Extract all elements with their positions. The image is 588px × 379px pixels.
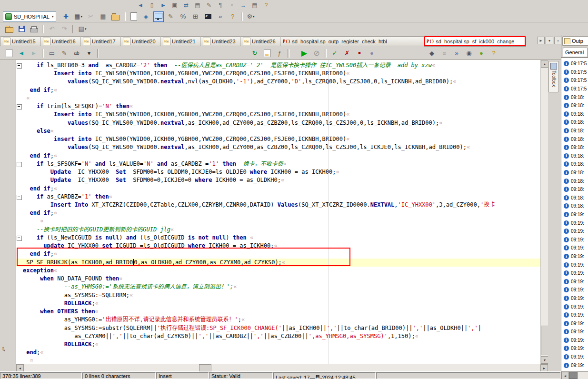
fold-collapse-icon[interactable] [17, 162, 22, 167]
font-icon[interactable]: ab [71, 48, 82, 59]
session-dropdown-icon[interactable]: ▾ [52, 15, 54, 19]
debug-icon[interactable]: ◆ [427, 48, 437, 59]
output-message[interactable]: i09:19: [561, 235, 588, 244]
code-editor[interactable]: if ls_BRFB00=3 and as_CARDBZ='2' then --… [16, 60, 540, 364]
nav-back-icon[interactable]: ◄ [16, 48, 27, 59]
output-message[interactable]: i09:19: [561, 269, 588, 278]
browse-folder-icon[interactable] [110, 11, 121, 22]
code-line[interactable]: as_SYSMSG:=substr(SQLERRM||'执行存储过程错误:SP_… [16, 324, 540, 332]
test-window-icon[interactable]: ◈ [141, 11, 151, 22]
output-message[interactable]: i09:19: [561, 252, 588, 261]
refresh-icon[interactable]: ↻ [249, 48, 260, 59]
code-line[interactable]: ¤ [16, 357, 540, 364]
code-line[interactable]: as_YHMSG0:='出错原因不详,请记录此信息并和系统管理员联系！';« [16, 316, 540, 324]
new-doc-icon[interactable] [4, 48, 14, 59]
print-icon[interactable] [29, 24, 39, 34]
tab-Untitled20[interactable]: SQLUntitled20 [120, 36, 160, 46]
output-message[interactable]: i09:19: [561, 302, 588, 311]
stop-icon[interactable]: ■ [354, 48, 365, 59]
output-message[interactable]: i09:19: [561, 319, 588, 328]
output-message[interactable]: i09:19: [561, 286, 588, 294]
code-line[interactable]: Update IC_YHXX00 Set SFDM00=ls_OLDDM0,IC… [16, 168, 540, 176]
code-line[interactable]: « [16, 94, 540, 102]
code-line[interactable]: end if;« [16, 185, 540, 193]
toolbox-tab[interactable]: Toolbox [548, 61, 559, 92]
fold-collapse-icon[interactable] [17, 104, 22, 110]
output-message[interactable]: i09:18: [561, 202, 588, 210]
code-line[interactable]: if as_CARDBZ='1' then« [16, 193, 540, 201]
window-icon[interactable]: ▭ [47, 48, 57, 59]
log-window-icon-dropdown[interactable]: ▾ [80, 15, 82, 18]
code-line[interactable]: end if;« [16, 86, 540, 94]
output-message[interactable]: i09:19: [561, 361, 588, 369]
command-window-icon[interactable]: > [203, 11, 213, 22]
output-message[interactable]: i09:18: [561, 194, 588, 202]
horizontal-scrollbar-thumb[interactable] [199, 364, 211, 371]
macro-icon[interactable]: » [451, 48, 462, 59]
table-window-icon[interactable]: ▦ [98, 11, 109, 22]
code-line[interactable]: Insert into IC_YWLS00(YWID00,ICKH00,YGBH… [16, 70, 540, 78]
code-line[interactable]: when OTHERS then« [16, 308, 540, 316]
output-message[interactable]: i09:18: [561, 152, 588, 160]
code-line[interactable]: as_SYSMSG:=SQLERRM;« [16, 291, 540, 299]
tabs-menu-button[interactable]: ▾ [546, 37, 553, 44]
output-message[interactable]: i09:18: [561, 110, 588, 119]
code-line[interactable]: values(SQ_IC_YWLS00_YWID00.nextval,as_IC… [16, 119, 540, 127]
output-message[interactable]: i09:18: [561, 169, 588, 177]
paragraph-icon[interactable]: ¶ [216, 0, 225, 10]
code-line[interactable]: if trim(ls_SFSQKF)='N' then« [16, 102, 540, 110]
output-message[interactable]: i09:19: [561, 227, 588, 236]
output-message[interactable]: i09:18: [561, 93, 588, 101]
function-icon[interactable]: ƒ [274, 48, 285, 59]
profiler-icon[interactable]: ≡ [439, 48, 449, 59]
swap-doc-icon[interactable]: ⇄ [181, 0, 191, 10]
code-line[interactable]: if ls_SFSQKF='N' and ls_VALUE0='N' and a… [16, 160, 540, 168]
describe-icon[interactable]: ✎ [59, 48, 70, 59]
log-window-icon[interactable]: ▦▾ [73, 11, 84, 22]
help-doc-icon[interactable]: ? [261, 0, 271, 10]
output-message[interactable]: i09:18: [561, 118, 588, 127]
edit-doc-icon[interactable]: ✎ [204, 0, 214, 10]
output-message[interactable]: i09:19: [561, 244, 588, 252]
code-line[interactable]: --换卡时把旧的卡的GUID更新到新的卡的GUID jlg« [16, 226, 540, 234]
highlight-icon[interactable]: ● [476, 48, 487, 59]
code-line[interactable]: ROLLBACK;« [16, 340, 540, 349]
output-message[interactable]: i09:19: [561, 311, 588, 319]
help-icon[interactable]: ? [228, 11, 238, 22]
output-message[interactable]: i09:18: [561, 160, 588, 169]
editor-vertical-scrollbar[interactable]: ▲ ▼ [540, 60, 548, 364]
output-message[interactable]: i09:19: [561, 294, 588, 303]
output-message[interactable]: i09:19: [561, 277, 588, 286]
diagram-window-icon[interactable]: ⊞ [190, 11, 201, 22]
output-message[interactable]: i09:18: [561, 143, 588, 152]
tab-sd_hospital.sp_sf_ick000_change[interactable]: P()sd_hospital.sp_sf_ick000_change [424, 36, 526, 47]
commit-icon[interactable]: ✓ [329, 48, 340, 59]
preferences-icon[interactable]: ⚙▾ [246, 11, 256, 22]
code-line[interactable]: insert into IC_YWLS00(YWID00,ICKH00,YGBH… [16, 135, 540, 143]
sql-window-icon[interactable] [153, 11, 164, 22]
tab-sd_hospital.sp_outp_register_check_htbl[interactable]: P()sd_hospital.sp_outp_register_check_ht… [280, 36, 424, 46]
code-line[interactable]: if (ls_NewICGUID is null) and (ls_OldICG… [16, 234, 540, 242]
tab-Untitled16[interactable]: SQLUntitled16 [40, 36, 80, 46]
database-icon[interactable]: ● [367, 48, 377, 59]
execute-button[interactable]: ▶ [299, 48, 309, 59]
output-message[interactable]: i09:19: [561, 210, 588, 219]
fold-collapse-icon[interactable] [17, 63, 22, 69]
doc-icon[interactable]: ▯ [147, 0, 157, 10]
scroll-up-button[interactable]: ▲ [541, 60, 548, 68]
output-message[interactable]: i09:18: [561, 185, 588, 194]
output-message[interactable]: i09:19: [561, 219, 588, 227]
output-tab[interactable]: Outp [562, 36, 588, 46]
code-line[interactable]: « [16, 217, 540, 225]
output-message[interactable]: i09:18: [561, 101, 588, 110]
undo-icon[interactable]: ↶ [47, 24, 57, 34]
break-button[interactable]: ⊘ [311, 48, 322, 59]
doc-forward-icon[interactable]: ► [159, 0, 168, 10]
code-line[interactable]: when NO_DATA_FOUND then« [16, 275, 540, 283]
code-line[interactable]: values(SQ_IC_YWLS00_YWID00.nextval,nvl(a… [16, 78, 540, 86]
code-line[interactable]: ROLLBACK;« [16, 299, 540, 308]
nav-forward-icon[interactable]: ► [29, 48, 39, 59]
report-window-icon[interactable]: ✎ [166, 11, 176, 22]
redo-icon[interactable]: ↷ [59, 24, 70, 34]
editor-horizontal-scrollbar[interactable]: ◄ ► [16, 364, 548, 371]
